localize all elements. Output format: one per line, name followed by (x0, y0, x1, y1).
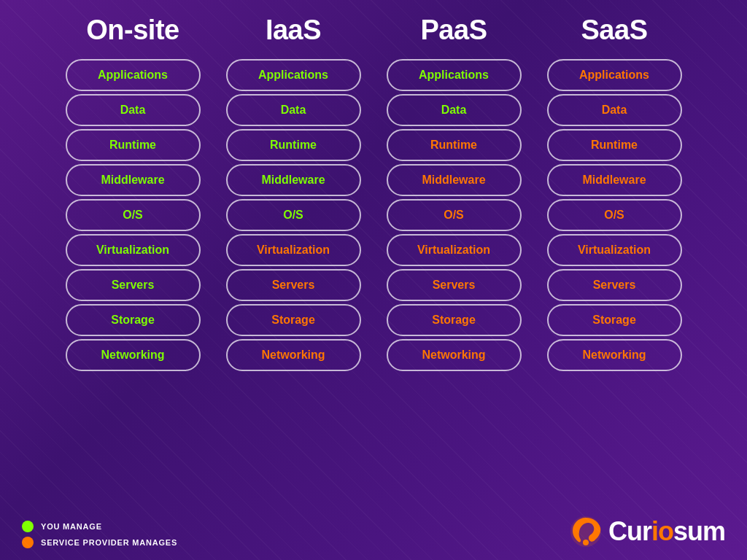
pill-onsite-2: Runtime (66, 129, 201, 161)
pill-saas-7: Storage (547, 304, 682, 336)
pill-saas-4: O/S (547, 199, 682, 231)
column-onsite: On-siteApplicationsDataRuntimeMiddleware… (53, 15, 213, 505)
footer: YOU MANAGE SERVICE PROVIDER MANAGES Curi… (7, 509, 740, 553)
pill-onsite-1: Data (66, 94, 201, 126)
curiosum-logo-icon (569, 515, 603, 548)
column-saas: SaaSApplicationsDataRuntimeMiddlewareO/S… (534, 15, 694, 505)
svg-point-1 (583, 540, 589, 545)
pill-paas-3: Middleware (387, 164, 522, 196)
pill-paas-0: Applications (387, 59, 522, 91)
pill-iaas-3: Middleware (226, 164, 361, 196)
pill-iaas-6: Servers (226, 269, 361, 301)
column-title-iaas: IaaS (266, 15, 321, 46)
column-paas: PaaSApplicationsDataRuntimeMiddlewareO/S… (374, 15, 534, 505)
provider-manages-label: SERVICE PROVIDER MANAGES (41, 538, 177, 547)
pill-onsite-8: Networking (66, 339, 201, 371)
pill-paas-6: Servers (387, 269, 522, 301)
pill-iaas-1: Data (226, 94, 361, 126)
pill-onsite-7: Storage (66, 304, 201, 336)
pill-saas-0: Applications (547, 59, 682, 91)
column-title-saas: SaaS (581, 15, 648, 46)
pill-onsite-5: Virtualization (66, 234, 201, 266)
legend: YOU MANAGE SERVICE PROVIDER MANAGES (22, 521, 177, 548)
legend-item-green: YOU MANAGE (22, 521, 177, 532)
logo-text: Curiosum (608, 516, 725, 547)
green-dot-icon (22, 521, 34, 532)
pill-iaas-4: O/S (226, 199, 361, 231)
pill-paas-8: Networking (387, 339, 522, 371)
pill-saas-5: Virtualization (547, 234, 682, 266)
pill-onsite-0: Applications (66, 59, 201, 91)
pill-saas-1: Data (547, 94, 682, 126)
column-title-onsite: On-site (86, 15, 179, 46)
pill-paas-2: Runtime (387, 129, 522, 161)
pill-iaas-0: Applications (226, 59, 361, 91)
pill-paas-5: Virtualization (387, 234, 522, 266)
pill-iaas-8: Networking (226, 339, 361, 371)
pill-onsite-6: Servers (66, 269, 201, 301)
legend-item-orange: SERVICE PROVIDER MANAGES (22, 537, 177, 548)
pill-saas-8: Networking (547, 339, 682, 371)
pill-saas-3: Middleware (547, 164, 682, 196)
main-container: On-siteApplicationsDataRuntimeMiddleware… (0, 0, 747, 560)
column-title-paas: PaaS (421, 15, 487, 46)
pill-iaas-5: Virtualization (226, 234, 361, 266)
you-manage-label: YOU MANAGE (41, 522, 102, 531)
orange-dot-icon (22, 537, 34, 548)
pill-saas-2: Runtime (547, 129, 682, 161)
column-iaas: IaaSApplicationsDataRuntimeMiddlewareO/S… (213, 15, 374, 505)
columns-area: On-siteApplicationsDataRuntimeMiddleware… (7, 15, 740, 505)
pill-paas-1: Data (387, 94, 522, 126)
pill-saas-6: Servers (547, 269, 682, 301)
pill-paas-7: Storage (387, 304, 522, 336)
pill-paas-4: O/S (387, 199, 522, 231)
logo-area: Curiosum (569, 515, 725, 548)
pill-onsite-3: Middleware (66, 164, 201, 196)
pill-iaas-7: Storage (226, 304, 361, 336)
pill-iaas-2: Runtime (226, 129, 361, 161)
pill-onsite-4: O/S (66, 199, 201, 231)
